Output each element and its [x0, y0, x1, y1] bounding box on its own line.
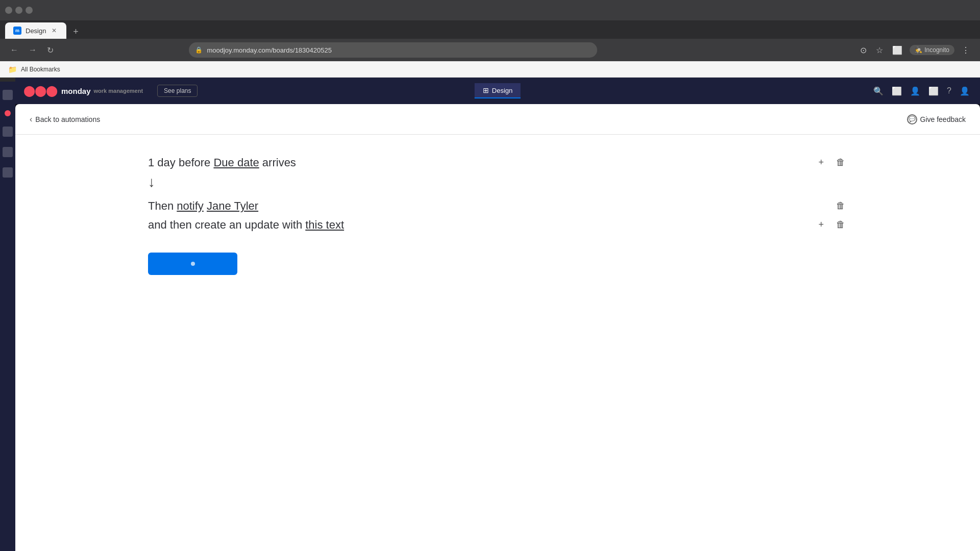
see-plans-button[interactable]: See plans: [157, 85, 198, 97]
lock-icon: 🔒: [195, 46, 203, 54]
sidebar-icon-4: [3, 167, 13, 178]
save-automation-button[interactable]: [148, 253, 237, 275]
incognito-label: Incognito: [924, 46, 949, 54]
avatar-button[interactable]: 👤: [958, 84, 972, 98]
close-window-button[interactable]: [5, 7, 12, 14]
trigger-icons: + 🗑: [816, 155, 847, 170]
action2-icons: + 🗑: [816, 217, 847, 232]
reload-button[interactable]: ↻: [45, 43, 56, 57]
feedback-label: Give feedback: [920, 115, 966, 123]
action2-row: and then create an update with this text…: [148, 217, 847, 232]
address-bar[interactable]: 🔒 moodjoy.monday.com/boards/1830420525: [189, 42, 597, 58]
sidebar-icon-3: [3, 147, 13, 157]
loading-spinner: [191, 262, 195, 266]
back-arrow-icon: ‹: [30, 115, 32, 124]
url-text: moodjoy.monday.com/boards/1830420525: [207, 46, 332, 54]
more-options-button[interactable]: ⋮: [960, 43, 972, 57]
people-icon-button[interactable]: 👤: [908, 84, 922, 98]
forward-nav-button[interactable]: →: [27, 43, 39, 57]
action2-delete-button[interactable]: 🗑: [834, 217, 847, 232]
cast-button[interactable]: ⊙: [858, 43, 869, 57]
logo-text: monday: [61, 87, 91, 95]
trigger-text: 1 day before Due date arrives: [148, 156, 296, 169]
tab-label: Design: [26, 27, 46, 35]
trigger-prefix: 1 day before: [148, 156, 210, 169]
design-tab-icon: ⊞: [483, 86, 489, 94]
notify-link[interactable]: notify: [177, 199, 204, 212]
due-date-link[interactable]: Due date: [213, 156, 259, 169]
logo-sub: work management: [94, 88, 143, 94]
browser-tab[interactable]: m Design ✕: [5, 22, 66, 39]
modal-content: 1 day before Due date arrives + 🗑 ↓ Then…: [15, 135, 980, 551]
trigger-delete-button[interactable]: 🗑: [834, 155, 847, 170]
window-controls: [5, 7, 33, 14]
arrow-down: ↓: [148, 174, 847, 190]
title-bar: [0, 0, 980, 20]
browser-actions: ⊙ ☆ ⬜ 🕵 Incognito ⋮: [858, 43, 972, 57]
this-text-link[interactable]: this text: [305, 218, 344, 231]
trigger-suffix: arrives: [262, 156, 296, 169]
action1-icons: 🗑: [834, 198, 847, 213]
incognito-icon: 🕵: [915, 46, 922, 54]
design-tab-label: Design: [492, 87, 512, 94]
give-feedback-button[interactable]: 💬 Give feedback: [907, 114, 966, 124]
maximize-window-button[interactable]: [26, 7, 33, 14]
trigger-row: 1 day before Due date arrives + 🗑: [148, 155, 847, 170]
help-icon-button[interactable]: ?: [945, 84, 953, 97]
action1-delete-button[interactable]: 🗑: [834, 198, 847, 213]
search-icon-button[interactable]: 🔍: [871, 84, 886, 98]
action2-add-button[interactable]: +: [816, 217, 826, 232]
automation-modal: ‹ Back to automations 💬 Give feedback 1 …: [15, 104, 980, 551]
address-bar-row: ← → ↻ 🔒 moodjoy.monday.com/boards/183042…: [0, 39, 980, 61]
trigger-add-button[interactable]: +: [816, 155, 826, 170]
monday-app-bar: ⬤⬤⬤ monday work management See plans ⊞ D…: [15, 78, 980, 104]
left-sidebar: [0, 82, 15, 551]
feedback-speech-icon: 💬: [907, 114, 917, 124]
back-label: Back to automations: [35, 115, 100, 123]
bookmarks-label: All Bookmarks: [21, 66, 60, 73]
design-tab[interactable]: ⊞ Design: [475, 83, 521, 98]
app-bar-right: 🔍 ⬜ 👤 ⬜ ? 👤: [871, 84, 972, 98]
modal-header: ‹ Back to automations 💬 Give feedback: [15, 104, 980, 135]
bookmarks-folder-icon: 📁: [8, 65, 17, 73]
sidebar-icon-1: [3, 90, 13, 100]
back-to-automations-link[interactable]: ‹ Back to automations: [30, 115, 100, 124]
sidebar-dot: [5, 110, 11, 116]
split-view-button[interactable]: ⬜: [890, 43, 904, 57]
action2-text: and then create an update with this text: [148, 218, 344, 232]
action1-prefix: Then: [148, 199, 174, 212]
inbox-icon-button[interactable]: ⬜: [890, 84, 904, 98]
apps-icon-button[interactable]: ⬜: [926, 84, 941, 98]
back-nav-button[interactable]: ←: [8, 43, 20, 57]
sidebar-icon-2: [3, 127, 13, 137]
minimize-window-button[interactable]: [15, 7, 22, 14]
new-tab-button[interactable]: +: [68, 24, 83, 39]
incognito-badge: 🕵 Incognito: [910, 45, 954, 55]
tab-favicon: m: [13, 27, 21, 35]
app-logo: ⬤⬤⬤ monday work management: [23, 85, 143, 97]
action2-prefix: and then create an update with: [148, 218, 302, 231]
action1-text: Then notify Jane Tyler: [148, 199, 258, 213]
jane-tyler-link[interactable]: Jane Tyler: [207, 199, 258, 212]
tab-close-button[interactable]: ✕: [50, 27, 58, 35]
bookmark-star-button[interactable]: ☆: [874, 43, 885, 57]
bookmarks-bar: 📁 All Bookmarks: [0, 61, 980, 78]
logo-mark: ⬤⬤⬤: [23, 85, 57, 97]
sidebar-icons: [0, 82, 15, 178]
tab-bar: m Design ✕ +: [0, 20, 980, 39]
action1-row: Then notify Jane Tyler 🗑: [148, 198, 847, 213]
